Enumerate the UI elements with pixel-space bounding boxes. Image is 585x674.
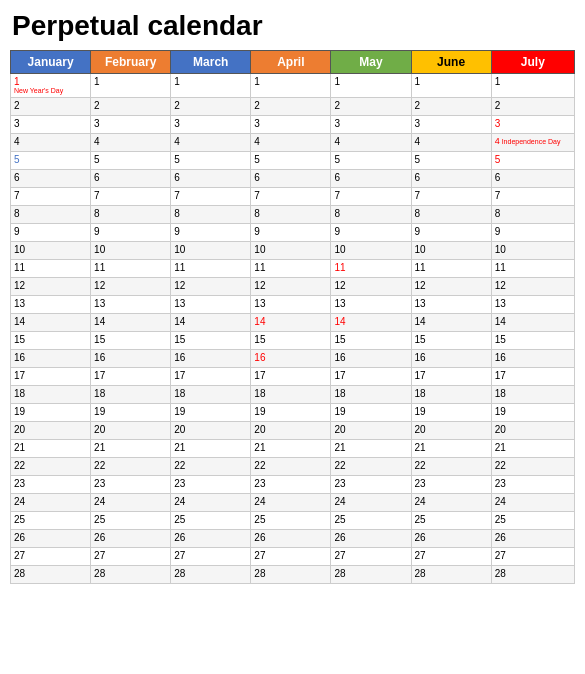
calendar-cell: 20 bbox=[411, 421, 491, 439]
calendar-cell: 6 bbox=[251, 169, 331, 187]
holiday-note: New Year's Day bbox=[14, 87, 87, 95]
day-number: 28 bbox=[94, 568, 105, 579]
calendar-cell: 20 bbox=[251, 421, 331, 439]
table-row: 26262626262626 bbox=[11, 529, 575, 547]
calendar-cell: 13 bbox=[491, 295, 574, 313]
day-number: 7 bbox=[334, 190, 340, 201]
calendar-cell: 12 bbox=[491, 277, 574, 295]
calendar-cell: 22 bbox=[91, 457, 171, 475]
day-number: 15 bbox=[495, 334, 506, 345]
calendar-cell: 5 bbox=[171, 151, 251, 169]
calendar-cell: 9 bbox=[251, 223, 331, 241]
calendar-cell: 4 Independence Day bbox=[491, 133, 574, 151]
calendar-cell: 7 bbox=[411, 187, 491, 205]
table-row: 11111111111111 bbox=[11, 259, 575, 277]
day-number: 10 bbox=[174, 244, 185, 255]
calendar-table: JanuaryFebruaryMarchAprilMayJuneJuly 1 N… bbox=[10, 50, 575, 584]
calendar-cell: 24 bbox=[91, 493, 171, 511]
day-number: 6 bbox=[174, 172, 180, 183]
day-number: 27 bbox=[14, 550, 25, 561]
calendar-cell: 16 bbox=[91, 349, 171, 367]
calendar-cell: 16 bbox=[171, 349, 251, 367]
day-number: 3 bbox=[94, 118, 100, 129]
day-number: 12 bbox=[334, 280, 345, 291]
calendar-cell: 24 bbox=[171, 493, 251, 511]
day-number: 20 bbox=[14, 424, 25, 435]
day-number: 13 bbox=[334, 298, 345, 309]
calendar-cell: 26 bbox=[11, 529, 91, 547]
day-number: 17 bbox=[495, 370, 506, 381]
table-row: 18181818181818 bbox=[11, 385, 575, 403]
day-number: 9 bbox=[14, 226, 20, 237]
day-number: 15 bbox=[415, 334, 426, 345]
day-number: 8 bbox=[94, 208, 100, 219]
day-number: 22 bbox=[334, 460, 345, 471]
day-number: 15 bbox=[94, 334, 105, 345]
calendar-cell: 10 bbox=[331, 241, 411, 259]
day-number: 16 bbox=[254, 352, 265, 363]
calendar-cell: 5 bbox=[251, 151, 331, 169]
day-number: 26 bbox=[14, 532, 25, 543]
calendar-cell: 25 bbox=[411, 511, 491, 529]
calendar-cell: 16 bbox=[411, 349, 491, 367]
calendar-cell: 5 bbox=[331, 151, 411, 169]
calendar-cell: 17 bbox=[171, 367, 251, 385]
calendar-cell: 9 bbox=[331, 223, 411, 241]
day-number: 2 bbox=[174, 100, 180, 111]
calendar-cell: 7 bbox=[91, 187, 171, 205]
table-row: 17171717171717 bbox=[11, 367, 575, 385]
calendar-cell: 23 bbox=[491, 475, 574, 493]
day-number: 22 bbox=[495, 460, 506, 471]
calendar-cell: 26 bbox=[331, 529, 411, 547]
day-number: 12 bbox=[495, 280, 506, 291]
day-number: 18 bbox=[495, 388, 506, 399]
calendar-cell: 9 bbox=[91, 223, 171, 241]
calendar-cell: 24 bbox=[331, 493, 411, 511]
day-number: 7 bbox=[254, 190, 260, 201]
calendar-cell: 13 bbox=[251, 295, 331, 313]
calendar-cell: 19 bbox=[171, 403, 251, 421]
day-number: 1 bbox=[174, 76, 180, 87]
calendar-cell: 17 bbox=[11, 367, 91, 385]
table-row: 15151515151515 bbox=[11, 331, 575, 349]
calendar-cell: 2 bbox=[411, 97, 491, 115]
column-header-june: June bbox=[411, 51, 491, 74]
day-number: 21 bbox=[334, 442, 345, 453]
calendar-cell: 4 bbox=[91, 133, 171, 151]
day-number: 18 bbox=[174, 388, 185, 399]
table-row: 19191919191919 bbox=[11, 403, 575, 421]
calendar-cell: 19 bbox=[491, 403, 574, 421]
day-number: 18 bbox=[334, 388, 345, 399]
calendar-cell: 7 bbox=[491, 187, 574, 205]
table-row: 5555555 bbox=[11, 151, 575, 169]
day-number: 13 bbox=[415, 298, 426, 309]
day-number: 3 bbox=[334, 118, 340, 129]
day-number: 21 bbox=[495, 442, 506, 453]
day-number: 1 bbox=[94, 76, 100, 87]
calendar-cell: 1 bbox=[411, 74, 491, 98]
day-number: 17 bbox=[94, 370, 105, 381]
calendar-cell: 18 bbox=[251, 385, 331, 403]
calendar-cell: 15 bbox=[491, 331, 574, 349]
calendar-cell: 25 bbox=[11, 511, 91, 529]
calendar-cell: 4 bbox=[251, 133, 331, 151]
column-header-february: February bbox=[91, 51, 171, 74]
calendar-cell: 22 bbox=[411, 457, 491, 475]
calendar-cell: 18 bbox=[491, 385, 574, 403]
day-number: 27 bbox=[174, 550, 185, 561]
calendar-cell: 20 bbox=[11, 421, 91, 439]
calendar-cell: 20 bbox=[91, 421, 171, 439]
day-number: 16 bbox=[495, 352, 506, 363]
calendar-cell: 2 bbox=[91, 97, 171, 115]
table-row: 13131313131313 bbox=[11, 295, 575, 313]
day-number: 12 bbox=[174, 280, 185, 291]
calendar-cell: 21 bbox=[171, 439, 251, 457]
day-number: 24 bbox=[14, 496, 25, 507]
day-number: 3 bbox=[14, 118, 20, 129]
calendar-cell: 12 bbox=[251, 277, 331, 295]
calendar-cell: 22 bbox=[491, 457, 574, 475]
day-number: 25 bbox=[254, 514, 265, 525]
day-number: 24 bbox=[495, 496, 506, 507]
calendar-cell: 2 bbox=[171, 97, 251, 115]
table-row: 3333333 bbox=[11, 115, 575, 133]
